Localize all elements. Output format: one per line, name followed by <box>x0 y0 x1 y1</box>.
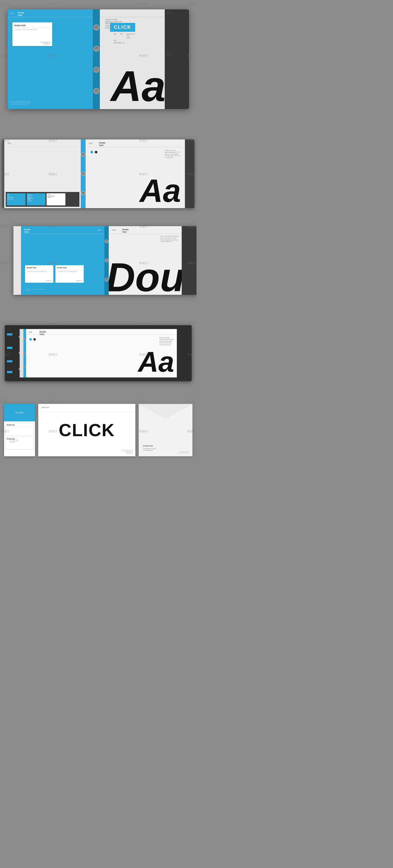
psd-panel: PSD FILE DEMONSTRATE YOUR DESIGN FILE PH… <box>114 33 135 44</box>
right-cover-edge <box>185 140 194 208</box>
envelope-bottom-right: JUST DOUBLE CLICKON THE SMART LAYER <box>179 451 189 454</box>
s2-right-page: 023 Double Click MOCKUP IS A THREE DIMEN… <box>86 140 185 208</box>
s2-ring2 <box>81 172 85 176</box>
gap4 <box>0 385 197 399</box>
wm-s5-4: 学设计 <box>187 400 196 404</box>
gap3 <box>0 299 197 320</box>
s3-card2-div <box>57 270 82 270</box>
s3-card1: Double Click JUST DOUBLE CLICK ON THE SM… <box>25 265 53 283</box>
s4-dots <box>29 338 36 341</box>
envelope-diagonal <box>139 404 192 419</box>
mini-card1-sub: DEMONSTRATECLICK <box>7 199 25 201</box>
s2-large-aa: Aa <box>140 175 181 207</box>
s4-sp-ring2 <box>24 352 26 354</box>
binder2: 022 PSDFILEPHOTOSHOP DEMONSTRATECLICK PS… <box>2 140 194 208</box>
s3-card2-title: Double Click <box>57 267 82 269</box>
gap1 <box>0 116 197 137</box>
business-card: Double Click JUST DOUBLE CLICK ON THE SM… <box>12 22 52 46</box>
envelope-flap-shape <box>139 404 192 419</box>
bottom-items-row: CLICK Double Click JUST DOUBLE CLICKON T… <box>4 404 193 456</box>
s4-tab3 <box>7 360 12 362</box>
ring-4 <box>93 88 99 94</box>
s4-sp-ring3 <box>24 366 26 369</box>
watermark-2: 学设计 <box>48 2 57 6</box>
s3-cards: Double Click JUST DOUBLE CLICK ON THE SM… <box>25 265 84 283</box>
lcc-bc-div <box>7 427 32 427</box>
left-text-block: MOCKUP IS A THREE DIMENSIONAL OBJECTWITH… <box>11 101 43 106</box>
s3-card1-title: Double Click <box>27 267 52 269</box>
watermark-1: 学设计 <box>1 2 9 6</box>
s4-tab1 <box>7 333 12 336</box>
center-contact: JUST DOUBLE CLICK ONTHE SMART LAYERinfo@… <box>121 450 133 454</box>
s3-card1-email: info@psd.com <box>46 280 52 281</box>
envelope-content: Double Click JUST DOUBLE CLICK ON THE SM… <box>143 445 156 451</box>
binder-spine <box>93 9 100 109</box>
s3-card2-email: info@psd.com <box>76 280 83 281</box>
wm-dark1: 学设计 <box>166 11 175 16</box>
binder3: Double Click 022 Double Click JUST DOUBL… <box>13 226 197 295</box>
right-page-white: MOCKUP IS A THREE DIMENSIONAL OBJECT WIT… <box>100 9 165 109</box>
bc-divider <box>14 28 50 28</box>
ruler-right <box>100 17 165 17</box>
s3-right-page: 023 Double Click MOCKUP IS A THREE DIMEN… <box>109 226 182 295</box>
dark-cover-right: 学设计 学设计 <box>165 9 189 109</box>
mini-white-card: YOURDEMONSTRATEDESIGN <box>46 193 65 206</box>
ring-2 <box>93 46 99 52</box>
binder1: 022 Double Click Double Click JUST DOUBL… <box>7 9 189 109</box>
s3-right-title: Double Click <box>122 228 129 233</box>
center-rule-h <box>38 411 135 412</box>
s4-dot-blue <box>29 338 32 341</box>
s3-blue-page: Double Click 022 Double Click JUST DOUBL… <box>21 226 104 295</box>
s3-bottom-text: JUST DOUBLE CLICK ON THE SMART LAYERinfo… <box>25 289 45 292</box>
s4-title: Double Click <box>39 331 46 336</box>
lcc-mini-bc2: Double Click <box>5 437 34 450</box>
s4-ruler <box>26 334 177 335</box>
wm-s5-2: 学设计 <box>48 400 57 404</box>
s4-sp-ring1 <box>24 338 26 340</box>
ruler-left <box>7 17 93 17</box>
mini-card1-text: PSDFILEPHOTOSHOP <box>7 194 25 199</box>
s3-left-stub <box>13 226 21 295</box>
s3-dark-edge <box>182 226 197 295</box>
bc-label-text: JUST DOUBLE CLICK ON THE SMART LAYER <box>14 29 50 31</box>
section1-wrapper: 学设计 学设计 学设计 学设计 学设计 学设计 学设计 学设计 022 Doub… <box>0 0 197 116</box>
s4-dot-dark <box>33 338 36 341</box>
s3-card1-label: JUST DOUBLE CLICK ON THE SMART LAYER <box>27 271 52 273</box>
s3-card1-div <box>27 270 52 270</box>
s4-inner: 023 Double Click MOCKUP IS A THREE DIMEN… <box>20 329 177 377</box>
ring-1 <box>93 25 99 30</box>
s2-ring1 <box>81 152 85 157</box>
s2-left-pg-num: 022 <box>7 142 11 145</box>
watermark-3: 学设计 <box>139 2 148 6</box>
mini-blue-card1: PSDFILEPHOTOSHOP DEMONSTRATECLICK <box>7 193 26 206</box>
dot-dark <box>95 151 97 153</box>
s3-right-pg-num2: 023 <box>112 229 116 231</box>
envelope: Double Click JUST DOUBLE CLICK ON THE SM… <box>139 404 193 456</box>
wm-s3-1: 学设计 <box>1 225 9 229</box>
s3-ring3 <box>105 278 108 282</box>
lcc-bc-title: Double Click <box>7 424 32 426</box>
dots-row <box>91 151 97 153</box>
s2-ring3 <box>81 191 85 195</box>
mini-white-text: YOURDEMONSTRATEDESIGN <box>47 194 65 199</box>
left-page-title: Double Click <box>18 11 24 17</box>
s3-blue-title: Double Click <box>24 228 31 233</box>
left-click-card: CLICK Double Click JUST DOUBLE CLICKON T… <box>4 404 35 456</box>
lcc-click-text: CLICK <box>15 411 24 414</box>
lcc-mini-bc: Double Click JUST DOUBLE CLICKON THE SMA… <box>5 423 34 436</box>
mini-card2-text: PSD PSDPHOTOSHOPPSD FILEDEMONSTRATEDOUBL… <box>28 194 45 202</box>
s2-ruler <box>4 140 81 140</box>
lcc-blue-top: CLICK <box>4 404 35 421</box>
watermark-4: 学设计 <box>187 2 196 6</box>
bottom-pad <box>0 460 197 471</box>
s4-large-aa: Aa <box>138 348 174 376</box>
s4-tab4 <box>7 371 12 373</box>
s2-right-pg-num: 023 <box>89 142 92 145</box>
binder4-outer: 023 Double Click MOCKUP IS A THREE DIMEN… <box>5 325 192 381</box>
gap2 <box>0 210 197 223</box>
section5-wrapper: 学设计 学设计 学设计 学设计 学设计 学设计 学设计 学设计 CLICK Do… <box>0 399 197 460</box>
s3-card2: Double Click JUST DOUBLE CLICK ON THE SM… <box>56 265 84 283</box>
s2-card-preview: PSDFILEPHOTOSHOP DEMONSTRATECLICK PSD PS… <box>6 192 79 207</box>
s3-large-text: Dou <box>109 257 182 295</box>
bc-email: info@psd.com <box>43 43 50 44</box>
